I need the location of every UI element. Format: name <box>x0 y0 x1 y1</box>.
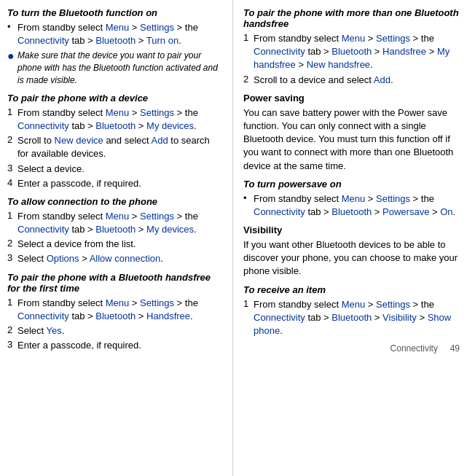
link-options[interactable]: Options <box>47 253 79 264</box>
link-menu-a1[interactable]: Menu <box>106 211 130 222</box>
link-conn-vis[interactable]: Connectivity <box>254 312 305 323</box>
link-menu-vis[interactable]: Menu <box>342 299 366 310</box>
link-settings-ps[interactable]: Settings <box>376 193 410 204</box>
step-text-hf-3: Enter a passcode, if required. <box>17 339 222 352</box>
bullet-ps-icon: • <box>243 192 254 203</box>
note-icon: ● <box>7 50 17 63</box>
link-conn-p1[interactable]: Connectivity <box>17 120 69 131</box>
link-menu-h1[interactable]: Menu <box>106 297 130 308</box>
step-pair-3: 3 Select a device. <box>7 163 222 176</box>
link-settings-h1[interactable]: Settings <box>140 297 174 308</box>
note-text: Make sure that the device you want to pa… <box>17 50 222 86</box>
step-num-4: 4 <box>7 177 17 188</box>
step-num-a3: 3 <box>7 252 17 263</box>
step-num-mhf2: 2 <box>243 74 254 85</box>
link-bt-vis[interactable]: Bluetooth <box>331 312 372 323</box>
step-num-2: 2 <box>7 134 17 145</box>
link-allow-conn[interactable]: Allow connection <box>90 253 161 264</box>
link-menu-ps[interactable]: Menu <box>342 193 366 204</box>
step-hf-2: 2 Select Yes. <box>7 324 222 338</box>
link-turn-on[interactable]: Turn on <box>146 35 178 46</box>
section-turn-on: To turn the Bluetooth function on • From… <box>7 7 222 87</box>
step-text-mhf-2: Scroll to a device and select Add. <box>254 74 460 87</box>
receive-item-title: To receive an item <box>243 284 460 295</box>
step-text-pair-4: Enter a passcode, if required. <box>17 177 222 190</box>
step-text-pair-2: Scroll to New device and select Add to s… <box>17 134 222 160</box>
step-num-h2: 2 <box>7 324 17 335</box>
section-pair-handsfree: To pair the phone with a Bluetooth hands… <box>7 272 222 353</box>
link-bt-h1[interactable]: Bluetooth <box>95 311 136 321</box>
link-conn-h1[interactable]: Connectivity <box>17 311 69 321</box>
link-mydev-p1[interactable]: My devices <box>146 120 194 131</box>
step-allow-2: 2 Select a device from the list. <box>7 238 222 251</box>
power-saving-body: You can save battery power with the Powe… <box>243 106 460 173</box>
step-text-pair-3: Select a device. <box>17 163 222 176</box>
link-conn-mhf[interactable]: Connectivity <box>254 46 305 57</box>
step-pair-1: 1 From standby select Menu > Settings > … <box>7 106 222 133</box>
section-turn-on-title: To turn the Bluetooth function on <box>7 7 222 18</box>
page-footer: Connectivity 49 <box>243 343 460 354</box>
bullet-turn-on-text: From standby select Menu > Settings > th… <box>17 21 222 47</box>
link-bt-a1[interactable]: Bluetooth <box>95 224 136 235</box>
power-saving-title: Power saving <box>243 93 460 104</box>
link-conn-a1[interactable]: Connectivity <box>17 224 69 235</box>
link-settings-p1[interactable]: Settings <box>140 107 174 118</box>
step-mhf-1: 1 From standby select Menu > Settings > … <box>243 32 460 72</box>
footer-label: Connectivity <box>391 343 438 354</box>
link-bt-mhf[interactable]: Bluetooth <box>331 46 372 57</box>
right-column: To pair the phone with more than one Blu… <box>233 0 467 476</box>
link-mydev-a1[interactable]: My devices <box>146 224 194 235</box>
link-yes[interactable]: Yes <box>47 325 62 336</box>
link-visibility[interactable]: Visibility <box>382 312 417 323</box>
step-num-vis1: 1 <box>243 298 254 309</box>
link-bt-ps[interactable]: Bluetooth <box>331 206 372 217</box>
step-pair-4: 4 Enter a passcode, if required. <box>7 177 222 190</box>
section-visibility: Visibility If you want other Bluetooth d… <box>243 225 460 338</box>
link-new-device[interactable]: New device <box>55 135 103 146</box>
section-pair-handsfree-title: To pair the phone with a Bluetooth hands… <box>7 272 222 294</box>
link-menu[interactable]: Menu <box>106 22 130 33</box>
link-bt-p1[interactable]: Bluetooth <box>95 120 136 131</box>
link-settings[interactable]: Settings <box>140 22 174 33</box>
step-num-a2: 2 <box>7 238 17 249</box>
link-menu-p1[interactable]: Menu <box>106 107 130 118</box>
step-num-1: 1 <box>7 106 17 117</box>
step-pair-2: 2 Scroll to New device and select Add to… <box>7 134 222 160</box>
visibility-title: Visibility <box>243 225 460 235</box>
link-powersave[interactable]: Powersave <box>382 206 429 217</box>
step-num-h1: 1 <box>7 297 17 308</box>
bullet-powersave: • From standby select Menu > Settings > … <box>243 192 460 219</box>
step-text-mhf-1: From standby select Menu > Settings > th… <box>254 32 460 72</box>
section-power-saving: Power saving You can save battery power … <box>243 93 460 219</box>
link-settings-a1[interactable]: Settings <box>140 211 174 222</box>
link-handsfree-mhf[interactable]: Handsfree <box>382 46 426 57</box>
step-allow-3: 3 Select Options > Allow connection. <box>7 252 222 265</box>
link-conn-ps[interactable]: Connectivity <box>254 206 305 217</box>
section-multi-hf-title: To pair the phone with more than one Blu… <box>243 7 460 29</box>
link-newhf-mhf[interactable]: New handsfree <box>307 59 370 70</box>
step-text-hf-1: From standby select Menu > Settings > th… <box>17 297 222 323</box>
note-bluetooth-visible: ● Make sure that the device you want to … <box>7 50 222 86</box>
link-menu-mhf[interactable]: Menu <box>342 33 366 44</box>
link-connectivity[interactable]: Connectivity <box>17 35 69 46</box>
left-column: To turn the Bluetooth function on • From… <box>0 0 233 476</box>
link-settings-vis[interactable]: Settings <box>376 299 410 310</box>
step-vis-1: 1 From standby select Menu > Settings > … <box>243 298 460 338</box>
link-bluetooth[interactable]: Bluetooth <box>95 35 136 46</box>
step-allow-1: 1 From standby select Menu > Settings > … <box>7 210 222 236</box>
step-mhf-2: 2 Scroll to a device and select Add. <box>243 74 460 87</box>
link-settings-mhf[interactable]: Settings <box>376 33 410 44</box>
step-text-pair-1: From standby select Menu > Settings > th… <box>17 106 222 133</box>
section-multi-handsfree: To pair the phone with more than one Blu… <box>243 7 460 87</box>
visibility-body: If you want other Bluetooth devices to b… <box>243 238 460 278</box>
step-text-vis-1: From standby select Menu > Settings > th… <box>254 298 460 338</box>
link-on-ps[interactable]: On <box>440 206 452 217</box>
link-add-mhf[interactable]: Add <box>374 74 391 85</box>
step-num-3: 3 <box>7 163 17 173</box>
section-pair-device-title: To pair the phone with a device <box>7 93 222 104</box>
step-text-allow-3: Select Options > Allow connection. <box>17 252 222 265</box>
step-text-allow-1: From standby select Menu > Settings > th… <box>17 210 222 236</box>
link-add-p1[interactable]: Add <box>152 135 168 146</box>
bullet-icon: • <box>7 21 17 32</box>
link-handsfree-h1[interactable]: Handsfree <box>146 311 190 321</box>
